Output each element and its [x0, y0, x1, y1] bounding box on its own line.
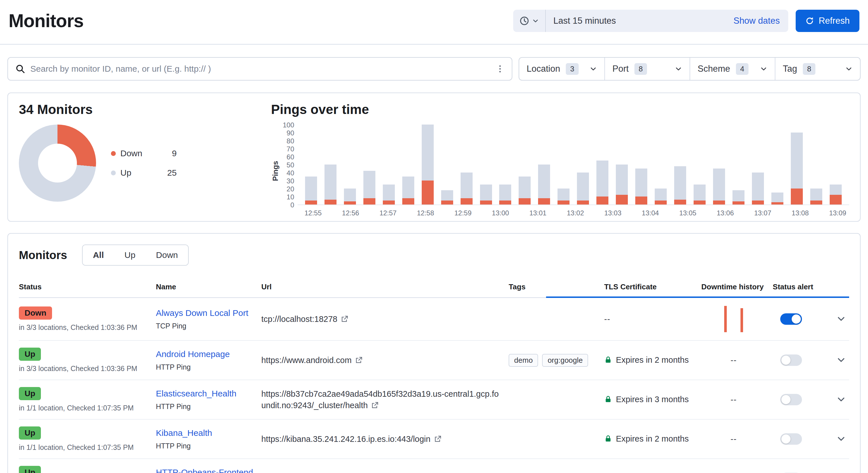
- query-menu-icon[interactable]: [496, 65, 504, 73]
- x-tick-label: 12:59: [454, 209, 471, 217]
- y-tick-label: 50: [286, 161, 294, 169]
- monitors-list-title: Monitors: [19, 249, 67, 262]
- expand-row-button[interactable]: [835, 433, 847, 445]
- status-alert-toggle[interactable]: [780, 313, 802, 325]
- filter-tab-up[interactable]: Up: [114, 245, 146, 265]
- refresh-label: Refresh: [818, 16, 850, 26]
- overview-panel: 34 Monitors Down9Up25 Pings over time Pi…: [7, 93, 861, 222]
- column-header-status-alert: Status alert: [773, 276, 830, 298]
- monitor-name-link[interactable]: Kibana_Health: [156, 428, 212, 438]
- external-link-icon: [371, 402, 378, 409]
- table-row: Upin 1/1 location, Checked 1:07:35 PMKib…: [19, 419, 849, 459]
- expand-row-button[interactable]: [835, 313, 847, 325]
- time-range-button[interactable]: Last 15 minutes: [546, 16, 725, 26]
- tls-expiry: Expires in 2 months: [616, 434, 689, 444]
- ping-bar: [713, 169, 725, 204]
- filter-label: Tag: [783, 64, 797, 74]
- monitor-url: https://kibana.35.241.242.16.ip.es.io:44…: [261, 434, 431, 444]
- ping-bar: [324, 165, 337, 204]
- filter-tag[interactable]: Tag8: [775, 58, 860, 80]
- filter-label: Location: [527, 64, 560, 74]
- refresh-button[interactable]: Refresh: [796, 10, 860, 32]
- quick-select-button[interactable]: [513, 10, 546, 32]
- monitor-type: HTTP Ping: [156, 442, 254, 450]
- monitor-type: HTTP Ping: [156, 402, 254, 411]
- ping-bar: [791, 133, 803, 204]
- filter-label: Scheme: [698, 64, 730, 74]
- monitor-name-link[interactable]: Elasticsearch_Health: [156, 389, 237, 398]
- status-alert-toggle[interactable]: [780, 354, 802, 366]
- page-title: Monitors: [8, 10, 84, 31]
- expand-row-button[interactable]: [835, 354, 847, 367]
- status-detail: in 3/3 locations, Checked 1:03:36 PM: [19, 365, 149, 373]
- ping-bar: [577, 172, 589, 204]
- ping-bar: [693, 184, 706, 204]
- legend-item-up[interactable]: Up25: [111, 168, 177, 178]
- monitor-name-link[interactable]: Android Homepage: [156, 349, 230, 359]
- ping-bar: [519, 176, 531, 204]
- downtime-empty: --: [731, 356, 737, 365]
- y-tick-label: 90: [286, 129, 294, 137]
- filter-count-badge: 8: [634, 63, 647, 75]
- monitor-url: https://8b37cb7ca2ae49ada54db165f32d3a19…: [261, 389, 499, 410]
- x-tick-label: 13:05: [679, 209, 696, 217]
- ping-bar: [558, 189, 569, 204]
- filter-scheme[interactable]: Scheme4: [690, 58, 775, 80]
- x-tick-label: 13:07: [754, 209, 771, 217]
- ping-bar: [363, 171, 375, 204]
- tls-expiry: Expires in 2 months: [616, 355, 689, 365]
- tls-empty: --: [604, 314, 610, 324]
- show-dates-button[interactable]: Show dates: [725, 16, 788, 26]
- ping-bar: [499, 184, 511, 204]
- ping-bar: [771, 193, 783, 204]
- monitor-url-link[interactable]: https://8b37cb7ca2ae49ada54db165f32d3a19…: [261, 389, 499, 410]
- monitor-url-link[interactable]: https://kibana.35.241.242.16.ip.es.io:44…: [261, 434, 441, 444]
- legend-value: 9: [152, 148, 177, 158]
- filter-tab-all[interactable]: All: [83, 245, 114, 265]
- monitor-name-link[interactable]: Always Down Local Port: [156, 308, 248, 317]
- status-filter-group: AllUpDown: [82, 244, 189, 266]
- legend-dot: [111, 151, 116, 156]
- column-header-downtime-history: Downtime history: [701, 276, 773, 298]
- x-tick-label: 13:04: [642, 209, 659, 217]
- x-tick-label: 13:00: [492, 209, 509, 217]
- tag-badge[interactable]: demo: [508, 354, 538, 367]
- monitor-url-link[interactable]: https://www.android.com: [261, 356, 363, 365]
- y-tick-label: 0: [290, 201, 294, 209]
- monitor-url: https://www.android.com: [261, 356, 352, 365]
- ping-bar: [635, 169, 647, 204]
- monitor-url-link[interactable]: tcp://localhost:18278: [261, 314, 348, 324]
- search-input[interactable]: [30, 64, 491, 74]
- legend-label: Down: [120, 148, 143, 158]
- ping-bar: [655, 189, 667, 204]
- chevron-down-icon: [836, 434, 846, 444]
- tag-badge[interactable]: org:google: [542, 354, 588, 367]
- filter-count-badge: 8: [803, 63, 815, 75]
- legend-value: 25: [147, 168, 177, 178]
- column-header-tls-certificate: TLS Certificate: [604, 276, 701, 298]
- downtime-empty: --: [731, 434, 737, 444]
- filter-count-badge: 4: [736, 63, 748, 75]
- filter-location[interactable]: Location3: [519, 58, 604, 80]
- header-controls: Last 15 minutes Show dates Refresh: [513, 10, 860, 32]
- monitor-name-link[interactable]: HTTP-Opbeans-Frontend: [156, 468, 253, 473]
- column-header-name: Name: [156, 276, 261, 298]
- y-tick-label: 40: [286, 169, 294, 177]
- status-alert-toggle[interactable]: [780, 433, 802, 445]
- monitor-count-title: 34 Monitors: [19, 102, 259, 117]
- toggle-knob: [792, 314, 801, 324]
- monitors-list-panel: Monitors AllUpDown StatusNameUrlTagsTLS …: [7, 233, 861, 473]
- table-row: Upin 3/3 locations, Checked 1:07:38 PMHT…: [19, 459, 849, 473]
- chevron-down-icon: [532, 18, 539, 24]
- status-detail: in 1/1 location, Checked 1:07:35 PM: [19, 443, 149, 451]
- x-tick-label: 13:08: [792, 209, 809, 217]
- expand-row-button[interactable]: [835, 393, 847, 406]
- filter-tab-down[interactable]: Down: [146, 245, 188, 265]
- toggle-knob: [781, 434, 790, 444]
- legend-item-down[interactable]: Down9: [111, 148, 177, 158]
- column-header-tags: Tags: [508, 276, 604, 298]
- search-box: [7, 57, 512, 80]
- table-row: Downin 3/3 locations, Checked 1:03:36 PM…: [19, 298, 849, 340]
- filter-port[interactable]: Port8: [604, 58, 690, 80]
- status-alert-toggle[interactable]: [780, 394, 802, 405]
